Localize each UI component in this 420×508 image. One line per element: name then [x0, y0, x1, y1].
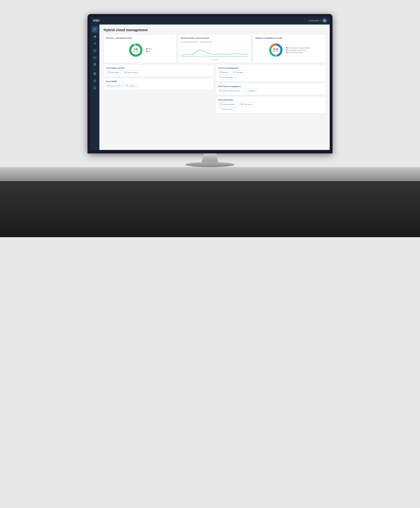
- software-license-btn[interactable]: Software & license overview ▾: [218, 89, 243, 93]
- chevron-down-icon-8: ▾: [241, 90, 241, 91]
- sidebar-icon-settings[interactable]: [92, 78, 98, 84]
- monitor-neck: [200, 153, 220, 162]
- svg-point-0: [94, 28, 95, 30]
- donut-section: 2.00 100.00% Error: [106, 41, 174, 59]
- chevron-down-icon-10: ▾: [236, 104, 236, 105]
- legend-dot-google: [286, 52, 288, 53]
- cloud-license-section: Cloud license management Software & lice…: [216, 83, 326, 95]
- app-logo: USU: [93, 19, 100, 22]
- sw-card-title: Software installations overall: [255, 37, 282, 39]
- cloud-license-buttons: Software & license overview ▾ Compliance: [218, 89, 323, 93]
- donut-chart-sw: 12.00 100.00%: [268, 42, 284, 58]
- services-status-card: Services - operational status ⋯: [104, 35, 176, 63]
- legend-dot-ok: [146, 51, 147, 52]
- donut-label-sw: 12.00 100.00%: [273, 48, 279, 52]
- sidebar-divider: [92, 69, 97, 69]
- legend-azure: Microsoft Azure: [200, 41, 212, 43]
- cost-optimization-icon: $: [220, 76, 221, 78]
- controlling-btn[interactable]: Controlling ▾: [232, 70, 246, 74]
- donut-label-services: 2.00 100.00%: [133, 48, 139, 52]
- services-card-more[interactable]: ⋯: [171, 37, 174, 40]
- service-status-icon: [108, 71, 109, 73]
- compliance-icon: [246, 90, 247, 92]
- chevron-down-icon-5: ▾: [229, 72, 229, 73]
- svg-rect-3: [95, 35, 96, 38]
- chart-x-label: Period - none: [181, 59, 248, 60]
- main-content-area: Hybrid cloud management Services - opera…: [90, 24, 330, 150]
- donut-chart-services: 2.00 100.00%: [128, 42, 144, 58]
- service-overview-btn[interactable]: Service overview ▾: [106, 84, 124, 88]
- sidebar-icon-info[interactable]: [92, 85, 98, 91]
- legend-line-aws: [181, 42, 183, 42]
- desk-area: [0, 167, 420, 237]
- sidebar-icon-user[interactable]: [92, 26, 98, 33]
- planning-icon: [220, 71, 221, 73]
- governance-policies-btn[interactable]: Governance policies ▾: [218, 102, 238, 106]
- svg-rect-6: [94, 49, 96, 51]
- avatar: HA: [322, 18, 327, 23]
- top-nav: USU HCM Admin ▾ HA: [90, 17, 330, 24]
- deviation-reports-btn[interactable]: Deviation reports ▾: [218, 107, 236, 111]
- cloud-cost-row1: Planning ▾ Controlling: [218, 70, 323, 74]
- chevron-down-icon-7: ▾: [234, 76, 234, 78]
- svg-rect-36: [127, 85, 128, 86]
- chart-section: Amazon Web Services Microsoft Azure: [181, 40, 248, 61]
- monitor-bezel: USU HCM Admin ▾ HA: [87, 14, 333, 153]
- user-label: HCM Admin ▾: [309, 20, 321, 22]
- services-card-title: Services - operational status: [106, 37, 132, 39]
- legend-dot-aws-ec2: [286, 49, 288, 51]
- legend-dot-azure: [286, 47, 288, 49]
- cloud-governance-section: Cloud governance Governance policies: [216, 97, 326, 113]
- cloud-license-row: Software & license overview ▾ Compliance: [218, 89, 323, 93]
- software-installations-card: Software installations overall ›: [253, 35, 326, 63]
- card-header: Services - operational status ⋯: [106, 37, 174, 40]
- sw-legend: Microsoft Azure Compute Instances Amazon…: [286, 47, 311, 53]
- cloud-governance-title: Cloud governance: [218, 99, 323, 101]
- sidebar-icon-folder[interactable]: [92, 54, 98, 61]
- legend-aws: Amazon Web Services: [181, 41, 198, 43]
- monitor-base: [186, 162, 234, 167]
- cloud-cost-section: Cloud cost management Planning: [216, 65, 326, 81]
- governance-policies-icon: [220, 103, 221, 105]
- sidebar-icon-chart[interactable]: [92, 33, 98, 40]
- right-sections: Cloud cost management Planning: [216, 65, 326, 113]
- cloud-cost-row2: $ Cost optimization ▾: [218, 75, 323, 79]
- inventory-btn[interactable]: Inventory ▾: [125, 84, 138, 88]
- sidebar-icon-network[interactable]: [92, 71, 98, 77]
- svg-point-41: [234, 71, 235, 73]
- svg-rect-1: [94, 37, 94, 38]
- service-status-btn[interactable]: Service status ▾: [106, 70, 122, 74]
- resource-status-btn[interactable]: Resource status ▾: [123, 70, 141, 74]
- sidebar-icon-monitor[interactable]: [92, 47, 98, 54]
- cloud-license-title: Cloud license management: [218, 85, 323, 87]
- legend-google: Google Cloud Compute: [286, 52, 311, 53]
- planning-btn[interactable]: Planning ▾: [218, 70, 231, 74]
- legend-line-azure: [200, 42, 202, 42]
- sidebar-icon-doc[interactable]: [92, 61, 98, 68]
- cloud-cmdb-row: Service overview ▾ Inventory: [106, 84, 211, 88]
- monitor-screen: USU HCM Admin ▾ HA: [90, 17, 330, 150]
- cloud-cmdb-title: Cloud CMDB: [106, 81, 211, 82]
- line-chart: [181, 44, 248, 58]
- inventory-icon: [127, 85, 128, 87]
- cloud-status-row: Service status ▾ Resource status: [106, 70, 211, 74]
- legend-item-error: Error: [146, 48, 152, 50]
- cost-optimization-btn[interactable]: $ Cost optimization ▾: [218, 75, 236, 79]
- usage-reports-btn[interactable]: Usage reports ▾: [239, 102, 255, 106]
- svg-point-15: [94, 80, 95, 81]
- service-overview-icon: [108, 85, 109, 87]
- cloud-status-title: Cloud status overview: [106, 67, 211, 69]
- chevron-down-icon-6: ▾: [244, 72, 244, 73]
- controlling-icon: [233, 71, 235, 73]
- compliance-btn[interactable]: Compliance ▾: [244, 89, 259, 93]
- page-content: Hybrid cloud management Services - opera…: [99, 24, 330, 150]
- deviation-reports-icon: [220, 108, 221, 110]
- cloud-cost-title: Cloud cost management: [218, 67, 323, 69]
- sw-card-more[interactable]: ›: [322, 37, 323, 40]
- resource-status-icon: [125, 71, 127, 73]
- svg-rect-56: [242, 103, 242, 105]
- svg-text:$: $: [220, 77, 221, 78]
- sidebar-icon-scissors[interactable]: [92, 40, 98, 47]
- cloud-cmdb-section: Cloud CMDB Service overview: [104, 78, 213, 90]
- cloud-status-buttons: Service status ▾ Resource status: [106, 70, 211, 74]
